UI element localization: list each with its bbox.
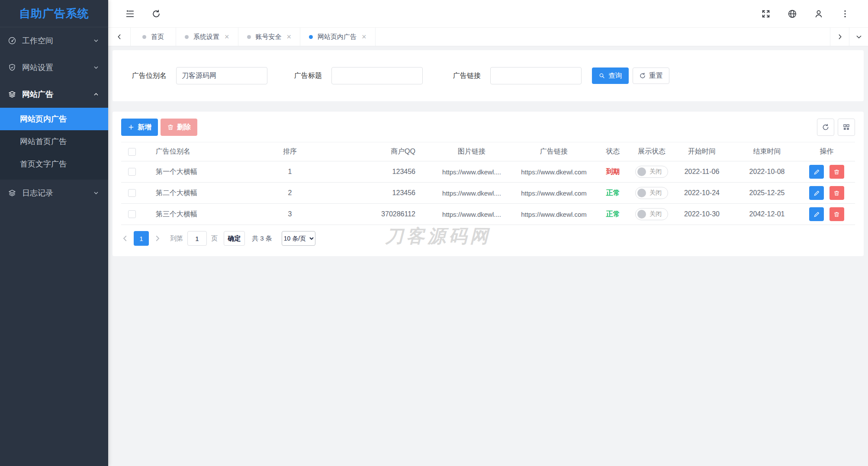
goto-page-input[interactable] (187, 231, 207, 246)
row-delete-button[interactable] (829, 207, 844, 221)
app-title: 自助广告系统 (0, 0, 108, 27)
prev-page-button[interactable] (121, 235, 129, 242)
trash-icon (833, 211, 840, 218)
col-header-display: 展示状态 (635, 142, 668, 161)
collapse-sidebar-icon[interactable] (125, 9, 135, 19)
ad-alias-input[interactable] (176, 67, 267, 84)
col-header-img: 图片链接 (426, 142, 517, 161)
layers-icon (8, 189, 16, 197)
edit-button[interactable] (809, 207, 824, 221)
user-icon[interactable] (814, 9, 823, 19)
select-all-checkbox[interactable] (128, 148, 136, 156)
close-icon[interactable]: × (287, 33, 292, 41)
row-delete-button[interactable] (829, 165, 844, 179)
toggle-knob (637, 167, 646, 176)
col-header-qq: 商户QQ (329, 142, 426, 161)
page-number-button[interactable]: 1 (134, 231, 149, 246)
cell-end: 2042-12-01 (736, 204, 798, 225)
more-menu-icon[interactable] (840, 9, 850, 19)
table-row: 第三个大横幅 3 370286112 https://www.dkewl....… (121, 204, 855, 225)
search-button[interactable]: 查询 (592, 67, 629, 84)
cell-img: https://www.dkewl.... (426, 183, 517, 204)
table-refresh-button[interactable] (817, 119, 834, 136)
ad-link-label: 广告链接 (453, 71, 481, 80)
col-header-op: 操作 (798, 142, 855, 161)
plus-icon (128, 124, 135, 131)
tab-inpage-ads[interactable]: 网站页内广告 × (300, 28, 376, 46)
col-header-start: 开始时间 (668, 142, 736, 161)
cell-qq: 123456 (329, 161, 426, 183)
col-header-sort: 排序 (251, 142, 329, 161)
tabs-scroll-left-button[interactable] (108, 28, 131, 46)
cell-link: https://www.dkewl.com (517, 204, 591, 225)
display-toggle[interactable]: 关闭 (635, 208, 668, 220)
row-delete-button[interactable] (829, 186, 844, 200)
close-icon[interactable]: × (362, 33, 366, 41)
sidebar-subitem-label: 网站首页广告 (20, 136, 67, 147)
tab-dot (142, 35, 146, 39)
globe-icon[interactable] (788, 9, 797, 19)
col-header-link: 广告链接 (517, 142, 591, 161)
table-row: 第一个大横幅 1 123456 https://www.dkewl.... ht… (121, 161, 855, 183)
column-settings-button[interactable] (838, 119, 855, 136)
tab-home[interactable]: 首页 (131, 28, 176, 46)
tab-account-security[interactable]: 账号安全 × (238, 28, 301, 46)
ad-link-input[interactable] (490, 67, 582, 84)
toggle-label: 关闭 (649, 168, 662, 176)
sidebar-subitem-inpage-ads[interactable]: 网站页内广告 (0, 108, 108, 130)
cell-alias: 第二个大横幅 (143, 183, 251, 204)
fullscreen-icon[interactable] (761, 9, 771, 19)
sidebar-item-site-settings[interactable]: 网站设置 (0, 54, 108, 81)
sidebar-item-workspace[interactable]: 工作空间 (0, 27, 108, 54)
cell-end: 2022-10-08 (736, 161, 798, 183)
display-toggle[interactable]: 关闭 (635, 187, 668, 199)
cell-sort: 1 (251, 161, 329, 183)
tab-system-settings[interactable]: 系统设置 × (176, 28, 238, 46)
goto-confirm-button[interactable]: 确定 (224, 231, 245, 246)
reset-button[interactable]: 重置 (633, 67, 669, 84)
delete-button[interactable]: 删除 (161, 119, 197, 136)
tabbar: 首页 系统设置 × 账号安全 × 网站页内广告 × (108, 27, 868, 46)
tabs-dropdown-button[interactable] (849, 28, 868, 46)
cell-end: 2025-12-25 (736, 183, 798, 204)
tab-dot (247, 35, 251, 39)
ad-title-label: 广告标题 (294, 71, 322, 80)
row-checkbox[interactable] (128, 168, 136, 176)
sidebar-item-label: 日志记录 (22, 188, 93, 198)
next-page-button[interactable] (154, 235, 161, 242)
tab-label: 网站页内广告 (318, 33, 357, 41)
sidebar-subitem-homepage-ads[interactable]: 网站首页广告 (0, 130, 108, 153)
add-button[interactable]: 新增 (121, 119, 158, 136)
page-size-select[interactable]: 10 条/页 (282, 231, 315, 246)
cell-img: https://www.dkewl.... (426, 161, 517, 183)
sidebar-item-label: 网站广告 (22, 89, 93, 100)
edit-button[interactable] (809, 186, 824, 200)
row-checkbox[interactable] (128, 189, 136, 197)
topbar (108, 0, 868, 27)
cell-alias: 第一个大横幅 (143, 161, 251, 183)
toggle-label: 关闭 (649, 210, 662, 218)
page-unit-label: 页 (211, 235, 218, 243)
close-icon[interactable]: × (225, 33, 229, 41)
sidebar-subitem-home-text-ads[interactable]: 首页文字广告 (0, 153, 108, 175)
display-toggle[interactable]: 关闭 (635, 166, 668, 178)
cell-qq: 123456 (329, 183, 426, 204)
cell-start: 2022-10-30 (668, 204, 736, 225)
col-header-end: 结束时间 (736, 142, 798, 161)
cell-img: https://www.dkewl.... (426, 204, 517, 225)
chevron-down-icon (93, 190, 100, 196)
refresh-icon[interactable] (151, 9, 161, 19)
col-header-alias: 广告位别名 (143, 142, 251, 161)
cell-link: https://www.dkewl.com (517, 161, 591, 183)
pagination: 1 到第 页 确定 共 3 条 10 条/页 (121, 231, 855, 246)
row-checkbox[interactable] (128, 210, 136, 218)
edit-button[interactable] (809, 165, 824, 179)
ad-title-input[interactable] (331, 67, 423, 84)
sidebar-item-label: 网站设置 (22, 62, 93, 73)
sidebar-item-site-ads[interactable]: 网站广告 (0, 81, 108, 108)
sidebar-subitem-label: 网站页内广告 (20, 114, 67, 124)
tabs-scroll-right-button[interactable] (830, 28, 849, 46)
ads-table: 广告位别名 排序 商户QQ 图片链接 广告链接 状态 展示状态 开始时间 结束时… (121, 142, 855, 225)
table-header-row: 广告位别名 排序 商户QQ 图片链接 广告链接 状态 展示状态 开始时间 结束时… (121, 142, 855, 161)
sidebar-item-logs[interactable]: 日志记录 (0, 180, 108, 206)
